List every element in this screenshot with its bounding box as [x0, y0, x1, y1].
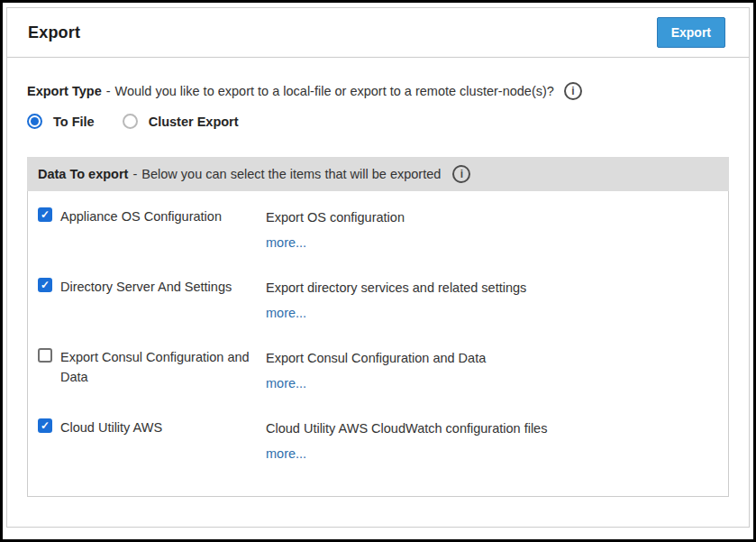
item-details: Export OS configuration more... — [266, 207, 717, 262]
item-checkbox[interactable]: ✓ — [38, 207, 52, 222]
radio-button-to-file[interactable] — [27, 114, 42, 129]
item-checkbox-group: ✓ Export Consul Configuration and Data — [38, 347, 266, 402]
radio-label: To File — [53, 115, 95, 129]
page-header: Export Export — [7, 8, 749, 58]
more-link[interactable]: more... — [266, 306, 306, 320]
item-label: Export Consul Configuration and Data — [60, 347, 266, 387]
data-to-export-label: Data To export — [38, 167, 128, 181]
item-description: Export OS configuration — [266, 207, 717, 226]
item-description: Export Consul Configuration and Data — [266, 347, 717, 367]
item-row-cloud-utility-aws: ✓ Cloud Utility AWS Cloud Utility AWS Cl… — [38, 402, 717, 473]
more-link[interactable]: more... — [266, 235, 306, 250]
checkmark-icon: ✓ — [41, 280, 50, 290]
more-link[interactable]: more... — [266, 376, 306, 390]
item-checkbox-group: ✓ Cloud Utility AWS — [38, 418, 266, 473]
item-label: Cloud Utility AWS — [60, 418, 168, 437]
item-details: Cloud Utility AWS CloudWatch configurati… — [266, 418, 717, 473]
item-label: Directory Server And Settings — [60, 277, 237, 297]
item-checkbox[interactable]: ✓ — [38, 278, 52, 292]
radio-button-cluster-export[interactable] — [123, 114, 138, 129]
checkmark-icon: ✓ — [41, 209, 50, 220]
item-details: Export Consul Configuration and Data mor… — [266, 347, 717, 402]
export-type-options: To File Cluster Export — [27, 114, 729, 129]
item-row-directory-server: ✓ Directory Server And Settings Export d… — [38, 262, 717, 332]
data-to-export-description: Below you can select the items that will… — [141, 167, 441, 181]
item-checkbox-group: ✓ Directory Server And Settings — [38, 277, 266, 332]
info-icon[interactable]: i — [452, 165, 470, 183]
item-row-appliance-os: ✓ Appliance OS Configuration Export OS c… — [38, 191, 717, 262]
info-icon[interactable]: i — [564, 82, 582, 100]
page-content: Export Type - Would you like to export t… — [7, 82, 749, 497]
export-type-label: Export Type — [27, 84, 102, 98]
item-description: Export directory services and related se… — [266, 277, 717, 297]
radio-label: Cluster Export — [149, 115, 239, 129]
item-label: Appliance OS Configuration — [60, 207, 227, 226]
more-link[interactable]: more... — [266, 446, 306, 461]
export-type-description: Would you like to export to a local-file… — [115, 84, 554, 98]
page-title: Export — [28, 23, 80, 42]
export-panel: Export Export Export Type - Would you li… — [6, 7, 750, 528]
item-checkbox-group: ✓ Appliance OS Configuration — [38, 207, 266, 262]
item-description: Cloud Utility AWS CloudWatch configurati… — [266, 418, 717, 437]
item-checkbox[interactable]: ✓ — [38, 418, 52, 433]
info-glyph: i — [460, 168, 463, 180]
item-details: Export directory services and related se… — [266, 277, 717, 332]
item-row-consul-configuration: ✓ Export Consul Configuration and Data E… — [38, 332, 717, 402]
window-frame: Export Export Export Type - Would you li… — [0, 0, 756, 542]
data-to-export-header: Data To export - Below you can select th… — [27, 157, 729, 191]
info-glyph: i — [571, 85, 574, 97]
export-type-heading: Export Type - Would you like to export t… — [27, 82, 729, 100]
radio-option-cluster-export[interactable]: Cluster Export — [123, 114, 239, 129]
export-button[interactable]: Export — [657, 17, 725, 49]
export-type-separator: - — [106, 84, 111, 98]
item-checkbox[interactable]: ✓ — [38, 348, 52, 363]
checkmark-icon: ✓ — [41, 420, 50, 431]
export-items-list: ✓ Appliance OS Configuration Export OS c… — [27, 191, 729, 497]
data-to-export-separator: - — [132, 167, 137, 181]
radio-option-to-file[interactable]: To File — [27, 114, 95, 129]
